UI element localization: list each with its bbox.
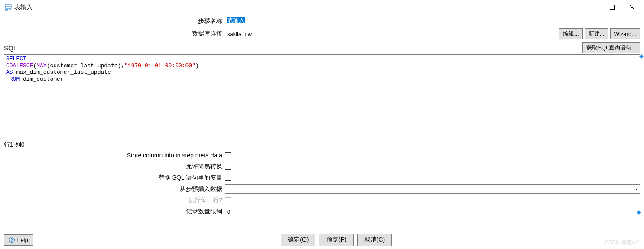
- variable-diamond-icon: [637, 210, 641, 214]
- store-column-info-label: Store column info in step meta data: [4, 152, 225, 159]
- bottom-bar: ? Help 确定(O) 预览(P) 取消(C): [0, 231, 644, 249]
- new-connection-button[interactable]: 新建...: [585, 28, 608, 39]
- form-area: 步骤名称 表输入 数据库连接 sakila_dw 编辑... 新建... Wiz…: [0, 14, 644, 41]
- wizard-button[interactable]: Wizard...: [610, 28, 640, 39]
- help-button[interactable]: ? Help: [4, 234, 33, 246]
- svg-rect-2: [5, 9, 8, 10]
- sql-label: SQL: [4, 44, 17, 52]
- chevron-down-icon: [551, 31, 555, 37]
- execute-each-row-checkbox: [225, 197, 231, 203]
- insert-from-step-combo[interactable]: [225, 184, 640, 194]
- replace-variables-label: 替换 SQL 语句里的变量: [4, 174, 225, 182]
- ok-button[interactable]: 确定(O): [281, 234, 315, 246]
- record-limit-label: 记录数量限制: [4, 208, 225, 216]
- watermark: CSDN @清水*: [605, 239, 639, 246]
- maximize-button[interactable]: [602, 1, 622, 14]
- get-sql-button[interactable]: 获取SQL查询语句...: [582, 42, 640, 53]
- svg-rect-1: [5, 7, 11, 8]
- db-connection-combo[interactable]: sakila_dw: [225, 29, 557, 39]
- editor-status: 行1 列0: [0, 140, 644, 150]
- help-icon: ?: [9, 237, 15, 243]
- app-icon: [5, 4, 12, 11]
- allow-lazy-conversion-checkbox[interactable]: [225, 164, 231, 170]
- step-name-input[interactable]: 表输入: [225, 16, 640, 26]
- allow-lazy-conversion-label: 允许简易转换: [4, 163, 225, 170]
- store-column-info-checkbox[interactable]: [225, 152, 231, 158]
- execute-each-row-label: 执行每一行?: [4, 197, 225, 204]
- title-bar: 表输入: [0, 0, 644, 14]
- replace-variables-checkbox[interactable]: [225, 175, 231, 181]
- cancel-button[interactable]: 取消(C): [357, 234, 392, 246]
- insert-from-step-label: 从步骤插入数据: [4, 185, 225, 193]
- options-area: Store column info in step meta data 允许简易…: [0, 150, 644, 218]
- record-limit-input[interactable]: [225, 207, 640, 216]
- close-button[interactable]: [622, 1, 642, 14]
- sql-header: SQL 获取SQL查询语句...: [0, 41, 644, 54]
- svg-rect-0: [5, 5, 11, 6]
- preview-button[interactable]: 预览(P): [319, 234, 354, 246]
- svg-rect-3: [610, 5, 614, 10]
- db-connection-value: sakila_dw: [227, 31, 252, 37]
- chevron-down-icon: [634, 186, 640, 193]
- variable-diamond-icon: [639, 53, 644, 58]
- edit-connection-button[interactable]: 编辑...: [559, 28, 583, 39]
- db-connection-label: 数据库连接: [4, 30, 225, 38]
- sql-editor-wrap: SELECT COALESCE(MAX(customer_last_update…: [0, 54, 644, 140]
- minimize-button[interactable]: [582, 1, 602, 14]
- step-name-label: 步骤名称: [4, 17, 225, 25]
- sql-editor[interactable]: SELECT COALESCE(MAX(customer_last_update…: [4, 54, 640, 140]
- window-title: 表输入: [14, 3, 33, 11]
